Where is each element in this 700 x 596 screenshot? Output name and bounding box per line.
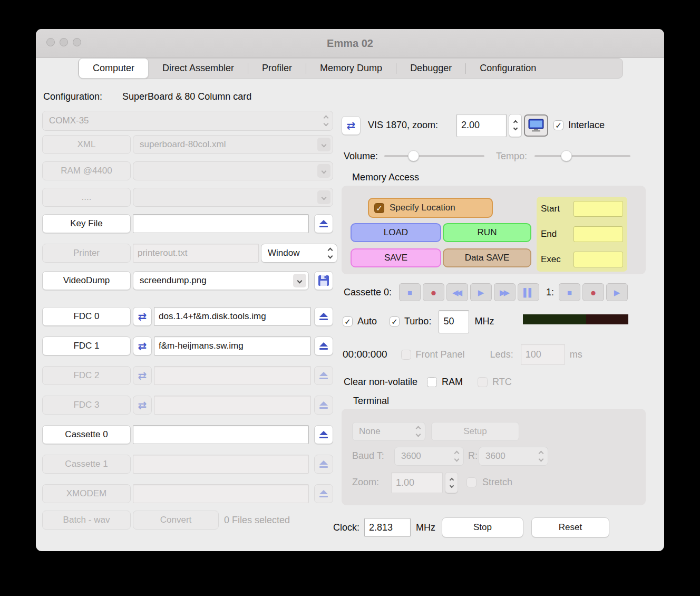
cassette1-eject-button xyxy=(314,455,333,474)
video-dump-button[interactable]: VideoDump xyxy=(42,271,131,290)
fdc0-button[interactable]: FDC 0 xyxy=(42,307,131,326)
cassette0-stop-button[interactable]: ■ xyxy=(399,283,421,301)
close-window-button[interactable] xyxy=(46,38,55,46)
reset-button[interactable]: Reset xyxy=(531,517,609,537)
eject-icon xyxy=(319,401,328,409)
video-dump-combo[interactable]: screendump.png xyxy=(133,271,309,290)
key-file-button[interactable]: Key File xyxy=(42,214,131,233)
video-dump-value: screendump.png xyxy=(140,275,207,286)
exec-address-input[interactable] xyxy=(573,252,623,267)
refresh-icon: ⇄ xyxy=(138,370,147,381)
clock-row: Clock: MHz Stop Reset xyxy=(333,517,646,538)
clear-ram-label: RAM xyxy=(442,377,463,388)
traffic-lights xyxy=(46,38,81,46)
leds-ms-unit: ms xyxy=(570,349,582,360)
auto-checkbox[interactable]: ✓ xyxy=(343,316,353,326)
slider-track xyxy=(534,155,630,157)
printer-mode-select[interactable]: Window xyxy=(261,244,337,263)
cassette1-record-button[interactable]: ● xyxy=(582,283,604,301)
chevron-down-icon xyxy=(449,483,453,487)
cassette0-rewind-button[interactable]: ◀◀ xyxy=(446,283,468,301)
full-screen-button[interactable] xyxy=(524,114,548,137)
fdc2-button: FDC 2 xyxy=(42,366,131,385)
fast-forward-icon: ▶▶ xyxy=(500,289,508,296)
chevron-up-down-icon xyxy=(324,116,328,126)
exec-label: Exec xyxy=(541,254,573,265)
meter-red-segment xyxy=(586,314,628,324)
tab-computer[interactable]: Computer xyxy=(79,58,149,79)
key-file-input[interactable] xyxy=(133,214,309,233)
fdc0-disk-input[interactable] xyxy=(154,307,311,326)
fdc1-row: FDC 1 ⇄ xyxy=(42,337,333,355)
interlace-checkbox[interactable]: ✓ xyxy=(553,120,563,130)
fdc2-refresh-button: ⇄ xyxy=(133,366,152,385)
auto-label: Auto xyxy=(357,316,377,327)
specify-location-toggle[interactable]: ✓ Specify Location xyxy=(368,198,493,218)
tempo-label: Tempo: xyxy=(496,151,527,162)
cassette1-stop-button[interactable]: ■ xyxy=(559,283,580,301)
dots-file-combo xyxy=(133,188,333,207)
chevron-up-down-icon xyxy=(455,451,459,461)
minimize-window-button[interactable] xyxy=(60,38,68,46)
fdc0-eject-button[interactable] xyxy=(314,307,333,326)
end-address-input[interactable] xyxy=(573,226,623,242)
data-save-button[interactable]: Data SAVE xyxy=(443,248,531,267)
load-button[interactable]: LOAD xyxy=(351,223,441,242)
tempo-slider-knob xyxy=(561,150,572,161)
volume-slider[interactable] xyxy=(384,150,484,162)
cassette0-play-button[interactable]: ▶ xyxy=(470,283,492,301)
cassette0-forward-button[interactable]: ▶▶ xyxy=(494,283,516,301)
fdc1-refresh-button[interactable]: ⇄ xyxy=(133,337,152,355)
clear-ram-checkbox[interactable] xyxy=(427,377,437,387)
specify-location-checkbox[interactable]: ✓ xyxy=(374,203,384,213)
fdc2-row: FDC 2 ⇄ xyxy=(42,366,333,385)
cassette1-input xyxy=(133,455,309,474)
interlace-label: Interlace xyxy=(568,120,605,131)
cassette0-input[interactable] xyxy=(133,425,309,444)
vis-zoom-stepper[interactable] xyxy=(509,114,522,137)
start-address-input[interactable] xyxy=(573,201,623,217)
cassette0-eject-button[interactable] xyxy=(314,425,333,444)
volume-slider-knob[interactable] xyxy=(408,150,419,161)
fdc0-refresh-button[interactable]: ⇄ xyxy=(133,307,152,326)
key-file-eject-button[interactable] xyxy=(314,214,333,233)
fdc1-button[interactable]: FDC 1 xyxy=(42,337,131,355)
tab-direct-assembler[interactable]: Direct Assembler xyxy=(149,59,248,78)
eject-icon xyxy=(319,490,328,497)
vis-row: ⇄ VIS 1870, zoom: ✓ Interlace xyxy=(342,113,646,137)
run-button[interactable]: RUN xyxy=(443,223,531,242)
cassette0-pause-button[interactable]: ▌▌ xyxy=(518,283,539,301)
ram-button: RAM @4400 xyxy=(42,161,131,180)
video-dump-save-button[interactable] xyxy=(314,271,333,290)
configuration-label: Configuration: xyxy=(43,91,102,102)
machine-select-value: COMX-35 xyxy=(49,116,89,126)
memory-access-group: ✓ Specify Location LOAD RUN SAVE Data SA… xyxy=(342,186,646,274)
cassette0-button[interactable]: Cassette 0 xyxy=(42,425,131,444)
fdc1-disk-input[interactable] xyxy=(154,337,311,355)
baud-r-select: 3600 xyxy=(479,447,548,466)
right-column: ⇄ VIS 1870, zoom: ✓ Interlace Volume: Te… xyxy=(342,29,646,551)
stop-button[interactable]: Stop xyxy=(442,517,523,537)
turbo-mhz-input[interactable] xyxy=(439,310,469,333)
vis-refresh-button[interactable]: ⇄ xyxy=(342,116,361,135)
save-button[interactable]: SAVE xyxy=(351,248,441,267)
vis-zoom-input[interactable] xyxy=(456,114,507,137)
batch-wav-button: Batch - wav xyxy=(42,511,131,530)
tab-profiler[interactable]: Profiler xyxy=(248,59,306,78)
turbo-checkbox[interactable]: ✓ xyxy=(390,316,400,326)
clock-mhz-input[interactable] xyxy=(364,518,411,537)
zoom-window-button[interactable] xyxy=(73,38,81,46)
printer-button: Printer xyxy=(42,244,131,263)
stop-icon: ■ xyxy=(407,289,412,296)
xml-row: XML superboard-80col.xml xyxy=(42,135,333,154)
rewind-icon: ◀◀ xyxy=(452,289,460,296)
cassette0-record-button[interactable]: ● xyxy=(423,283,444,301)
refresh-icon: ⇄ xyxy=(138,400,147,410)
fdc1-eject-button[interactable] xyxy=(314,337,333,355)
eject-icon xyxy=(319,431,328,438)
cassette1-play-button[interactable]: ▶ xyxy=(606,283,628,301)
chevron-up-down-icon xyxy=(328,248,332,258)
fdc2-disk-input xyxy=(154,366,311,385)
refresh-icon: ⇄ xyxy=(138,341,147,351)
terminal-zoom-stepper xyxy=(445,472,458,493)
